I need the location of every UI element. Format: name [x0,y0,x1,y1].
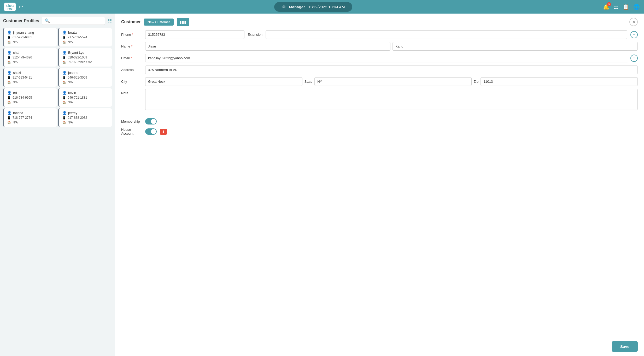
note-textarea[interactable] [145,89,638,110]
house-account-badge: 1 [160,129,167,135]
customer-addr-text: N/A [68,80,73,84]
header-right: 🔔 9 ☷ 📋 🌐 [603,4,640,10]
phone-icon: 📱 [62,96,66,99]
last-name-input[interactable] [393,42,638,51]
close-button[interactable]: ✕ [629,18,638,26]
customer-info: 👤jinyuan zhang 📱617-971-6831 🏠N/A [7,31,54,44]
globe-button[interactable]: 🌐 [633,4,640,10]
customer-card[interactable]: 👤jinyuan zhang 📱617-971-6831 🏠N/A [3,28,57,46]
email-label: Email * [121,56,142,60]
zip-label: Zip [474,80,478,84]
phone-icon: 📱 [62,56,66,59]
customer-form-header: Customer New Customer ▮▮▮ ✕ [121,18,638,26]
customer-info: 👤tatiana 📱718-757-2774 🏠N/A [7,111,54,124]
city-input[interactable] [145,77,302,86]
customer-name-text: ed [13,91,17,95]
customer-card[interactable]: 👤joanne 📱646-651-3009 🏠N/A [58,68,112,87]
customer-phone-text: 617-971-6831 [13,35,32,39]
customer-card[interactable]: 👤jeffrey 📱917-838-2082 🏠N/A [58,108,112,127]
home-icon: 🏠 [62,121,66,124]
extension-label: Extension [248,33,262,37]
search-icon: 🔍 [45,18,50,23]
phone-input[interactable] [145,30,244,39]
grid-button[interactable]: ☷ [614,4,618,10]
customer-phone-text: 646-651-3009 [68,76,87,79]
house-account-toggle[interactable] [145,128,157,135]
home-icon: 🏠 [7,81,11,84]
search-bar[interactable]: 🔍 [42,17,105,25]
first-name-input[interactable] [145,42,390,51]
customer-addr-text: N/A [13,60,18,64]
notification-button[interactable]: 🔔 9 [603,4,610,10]
notification-badge: 9 [607,2,611,6]
phone-icon: 📱 [7,96,11,99]
home-icon: 🏠 [62,81,66,84]
customer-addr-text: N/A [13,40,18,44]
customer-name-text: shaki [13,71,21,75]
customer-card[interactable]: 👤tatiana 📱718-757-2774 🏠N/A [3,108,57,127]
customer-addr-text: N/A [68,100,73,104]
person-icon: 👤 [7,71,11,75]
header-center-info: ☺ Manager 01/12/2022 10:44 AM [274,2,352,12]
customer-header-left: Customer New Customer ▮▮▮ [121,18,189,26]
customer-name-text: chai [13,51,19,55]
customer-card[interactable]: 👤shaki 📱917-693-5491 🏠N/A [3,68,57,87]
customer-card[interactable]: 👤kevin 📱646-701-1881 🏠N/A [58,88,112,107]
home-icon: 🏠 [7,101,11,104]
city-state-zip-row: City State Zip [121,77,638,86]
manager-icon: ☺ [282,4,286,10]
save-button[interactable]: Save [612,341,638,352]
customer-phone-text: 646-701-1881 [68,96,87,99]
customer-name-text: kevin [68,91,76,95]
report-button[interactable]: 📋 [623,4,629,10]
customer-info: 👤ed 📱516-784-9955 🏠N/A [7,91,54,104]
customer-card[interactable]: 👤beata 📱917-769-5574 🏠N/A [58,28,112,46]
add-email-button[interactable]: + [630,55,638,62]
email-group: + [145,54,638,62]
customer-name-text: joanne [68,71,78,75]
phone-icon: 📱 [62,116,66,120]
header-left: doc POS ↩ [4,3,23,11]
extension-input[interactable] [266,30,627,39]
customer-phone-text: 620-322-1059 [68,56,87,59]
customer-addr-text: N/A [13,121,18,124]
email-input[interactable] [145,54,628,62]
phone-row: Phone * Extension + [121,30,638,39]
customer-phone-text: 917-693-5491 [13,76,32,79]
address-input[interactable] [145,66,638,74]
note-row: Note [121,89,638,110]
name-group [145,42,638,51]
main-layout: Customer Profiles 🔍 ☷ 👤jinyuan zhang 📱61… [0,14,644,356]
customer-card[interactable]: 👤chai 📱312-479-4696 🏠N/A [3,48,57,67]
person-icon: 👤 [62,111,67,115]
customer-info: 👤Bryant Lye 📱620-322-1059 🏠39-16 Prince … [62,51,109,64]
add-phone-button[interactable]: + [630,31,638,38]
customer-addr-text: N/A [13,100,18,104]
email-label-text: Email [121,56,130,60]
name-label-text: Name [121,44,130,48]
new-customer-button[interactable]: New Customer [144,19,174,26]
city-label: City [121,80,142,84]
zip-input[interactable] [481,77,638,86]
person-icon: 👤 [62,31,67,34]
customer-name-text: jinyuan zhang [13,31,34,34]
membership-toggle[interactable] [145,118,157,124]
customer-card[interactable]: 👤Bryant Lye 📱620-322-1059 🏠39-16 Prince … [58,48,112,67]
phone-icon: 📱 [7,36,11,39]
barcode-button[interactable]: ▮▮▮ [177,18,189,26]
search-input[interactable] [51,19,102,23]
customer-name-text: Bryant Lye [68,51,84,55]
customer-addr-text: N/A [13,80,18,84]
customer-phone-text: 516-784-9955 [13,96,32,99]
right-panel: Customer New Customer ▮▮▮ ✕ Phone * Exte… [115,14,644,356]
phone-icon: 📱 [7,56,11,59]
list-view-icon[interactable]: ☷ [108,18,112,24]
customer-card[interactable]: 👤ed 📱516-784-9955 🏠N/A [3,88,57,107]
house-account-label: House Account [121,128,142,135]
back-button[interactable]: ↩ [19,4,23,10]
customer-info: 👤kevin 📱646-701-1881 🏠N/A [62,91,109,104]
state-input[interactable] [314,77,472,86]
person-icon: 👤 [7,111,11,115]
panel-header: Customer Profiles 🔍 ☷ [3,17,112,25]
home-icon: 🏠 [62,40,66,44]
